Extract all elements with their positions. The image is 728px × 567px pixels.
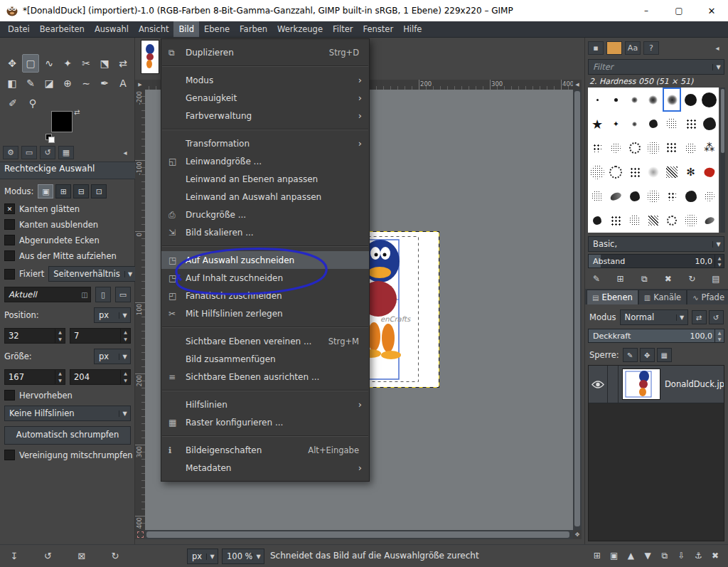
brush-cell-17[interactable] [644,136,663,160]
checkbox[interactable] [4,235,15,245]
navigation-button[interactable] [573,530,582,539]
brush-cell-33[interactable] [681,184,700,208]
document-history-tab[interactable]: ? [643,41,659,55]
lower-layer-button[interactable]: ▼ [639,549,656,563]
anchor-layer-button[interactable]: ⚓ [690,549,707,563]
eraser-tool[interactable]: ◪ [41,74,58,92]
crop-tool[interactable]: ✂ [77,54,95,73]
checkbox[interactable] [4,219,15,230]
flip-tool[interactable]: ⇄ [114,54,132,73]
mode-add-button[interactable]: ⊞ [55,184,71,198]
scrollbar-thumb[interactable] [146,531,569,538]
spinner[interactable] [55,329,65,343]
brush-filter-input[interactable]: Filter [588,59,724,75]
menu-item-auf-auswahl-zuschneiden[interactable]: ◳Auf Auswahl zuschneiden [161,251,369,269]
lock-pixels-button[interactable]: ✎ [623,348,638,362]
dock-menu-button[interactable]: ◂ [118,147,132,159]
brush-cell-5[interactable] [681,88,700,112]
brush-cell-34[interactable] [700,184,719,208]
duplicate-layer-button[interactable]: ⧉ [656,549,673,563]
brushes-dialog-tab[interactable]: ▪ [588,41,604,55]
layer-opacity-slider[interactable]: Deckkraft 100,0 [588,329,724,343]
zoom-select[interactable]: 100 % [222,549,264,564]
menu-farben[interactable]: Farben [235,21,272,37]
menu-item-genauigkeit[interactable]: Genauigkeit› [161,89,369,107]
mode-subtract-button[interactable]: ⊟ [73,184,89,198]
fuzzy-select-tool[interactable]: ✦ [59,54,76,73]
spinner[interactable] [714,255,724,267]
duplicate-brush-button[interactable]: ⧉ [636,272,653,286]
rectangle-select-tool[interactable]: ▢ [22,54,39,73]
option-hervorheben[interactable]: Hervorheben [4,390,131,401]
tab-pfade[interactable]: ∿Pfade [687,290,728,304]
free-select-tool[interactable]: ∿ [41,54,58,73]
brush-cell-35[interactable] [588,208,606,233]
restore-preset-button[interactable]: ↺ [39,549,56,563]
brush-cell-11[interactable] [663,112,681,136]
menu-item-modus[interactable]: Modus› [161,71,369,89]
brush-cell-4[interactable] [663,88,681,112]
hervorheben-checkbox[interactable] [4,390,15,401]
undo-history-tab[interactable]: ↺ [40,146,55,159]
new-brush-button[interactable]: ⊞ [612,272,629,286]
menu-bild[interactable]: Bild [173,21,199,37]
spinner[interactable] [55,370,65,384]
size-width-input[interactable]: 167 [4,369,65,385]
delete-layer-button[interactable]: ✖ [707,549,724,563]
size-unit-select[interactable]: px [94,349,131,364]
landscape-orientation-button[interactable]: ▭ [115,287,131,302]
zoom-follow-window-button[interactable] [573,80,582,90]
brush-cell-22[interactable] [606,160,625,184]
brush-cell-1[interactable] [606,88,625,112]
menu-item-druckgroesse[interactable]: ⎙Druckgröße ... [161,206,369,223]
brush-cell-0[interactable] [588,88,606,112]
brush-cell-10[interactable] [644,112,663,136]
status-unit-select[interactable]: px [187,549,218,564]
layer-row[interactable]: DonaldDuck.jp [589,366,724,403]
move-tool[interactable]: ✥ [4,54,21,73]
menu-item-raster-konfigurieren[interactable]: ▦Raster konfigurieren ... [161,413,369,431]
mode-group-switch-button[interactable]: ⇄ [692,310,707,324]
fixiert-checkbox[interactable] [4,269,15,280]
checkbox[interactable] [4,250,15,261]
brush-cell-8[interactable]: ✦ [606,112,625,136]
position-y-input[interactable]: 7 [70,328,131,344]
layer-visibility-toggle[interactable] [589,366,608,403]
text-tool[interactable]: A [114,74,132,92]
menu-item-sichtbare-ebenen-vereinen[interactable]: Sichtbare Ebenen vereinen ...Strg+M [161,332,369,350]
quick-mask-toggle[interactable] [135,530,145,539]
menu-item-leinwand-an-auswahl-anpassen[interactable]: Leinwand an Auswahl anpassen [161,188,369,206]
spinner[interactable] [714,329,724,342]
minimize-button[interactable]: – [630,0,663,21]
brush-cell-24[interactable] [644,160,663,184]
menu-datei[interactable]: Datei [3,21,35,37]
menu-fenster[interactable]: Fenster [358,21,398,37]
option-kanten-glaetten[interactable]: Kanten glätten [4,203,131,214]
clone-tool[interactable]: ⊕ [59,74,76,92]
tab-ebenen[interactable]: ▤Ebenen [587,290,638,304]
scrollbar-thumb[interactable] [574,91,580,526]
brush-cell-26[interactable]: ✻ [681,160,700,184]
bucket-fill-tool[interactable]: ◧ [4,74,21,92]
menu-filter[interactable]: Filter [328,21,358,37]
merge-down-button[interactable]: ⇩ [673,549,690,563]
position-unit-select[interactable]: px [94,307,131,323]
menu-ebene[interactable]: Ebene [199,21,235,37]
option-aus-der-mitte-aufziehen[interactable]: Aus der Mitte aufziehen [4,250,131,261]
tab-kanaele[interactable]: ▥Kanäle [638,290,687,304]
brush-cell-18[interactable] [663,136,681,160]
default-colors-icon[interactable] [46,134,54,142]
brush-cell-23[interactable] [626,160,644,184]
menu-item-duplizieren[interactable]: ⧉DuplizierenStrg+D [161,43,369,61]
fixiert-select[interactable]: Seitenverhältnis [48,266,136,282]
foreground-color-swatch[interactable] [51,111,73,132]
brush-cell-7[interactable]: ★ [588,112,606,136]
brush-grid-scrollbar[interactable] [720,88,725,233]
menu-item-mit-hilfslinien-zerlegen[interactable]: ✂Mit Hilfslinien zerlegen [161,304,369,322]
smudge-tool[interactable]: ∼ [77,74,95,92]
brush-cell-30[interactable] [626,184,644,208]
menu-ansicht[interactable]: Ansicht [134,21,173,37]
delete-brush-button[interactable]: ✖ [660,272,677,286]
delete-preset-button[interactable]: ⊠ [73,549,90,563]
brush-cell-16[interactable] [626,136,644,160]
